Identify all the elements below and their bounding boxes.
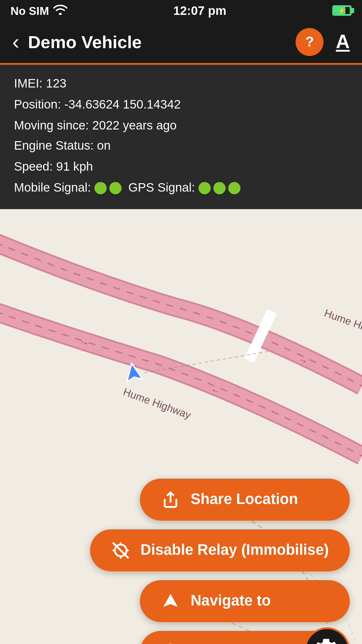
navigate-to-button[interactable]: Navigate to [140,580,350,622]
gps-dot-2 [213,182,226,194]
imei-row: IMEI: 123 [14,74,348,94]
status-bar: No SIM 12:07 pm ⚡ [0,0,362,21]
gps-signal-label: GPS Signal: [128,178,195,198]
navigate-icon [161,592,180,610]
mobile-dot-1 [94,182,107,194]
position-row: Position: -34.63624 150.14342 [14,94,348,115]
buttons-overlay: Share Location Disable Relay (Immobilise… [90,478,350,644]
help-button[interactable]: ? [296,28,324,56]
mobile-dot-2 [109,182,122,194]
navigate-to-label: Navigate to [191,592,271,610]
no-gps-icon [111,541,130,559]
wifi-icon [53,4,67,17]
info-panel: IMEI: 123 Position: -34.63624 150.14342 … [0,65,362,209]
signal-row: Mobile Signal: GPS Signal: [14,178,348,198]
mobile-signal-label: Mobile Signal: [14,178,91,198]
share-location-button[interactable]: Share Location [140,478,350,520]
map-container[interactable]: → → ← Hume Highway Hume Highway [0,209,362,644]
disable-relay-label: Disable Relay (Immobilise) [140,541,329,559]
unlock-icon [161,643,180,644]
nav-bar: ‹ Demo Vehicle ? A [0,21,362,65]
share-icon [161,491,180,508]
page-title: Demo Vehicle [28,32,296,52]
text-icon-button[interactable]: A [336,31,350,53]
gps-dot-3 [228,182,240,194]
disable-relay-button[interactable]: Disable Relay (Immobilise) [90,529,350,571]
share-location-label: Share Location [191,491,298,508]
back-button[interactable]: ‹ [12,30,19,54]
gps-dot-1 [198,182,211,194]
status-left: No SIM [10,4,67,17]
status-time: 12:07 pm [173,4,226,18]
gps-signal-dots [198,182,240,194]
carrier-label: No SIM [10,4,49,17]
status-right: ⚡ [332,5,352,16]
moving-since-row: Moving since: 2022 years ago [14,115,348,136]
battery-icon: ⚡ [332,5,352,16]
battery-bolt: ⚡ [338,7,346,15]
freely-move-map-label: Freely move map [191,643,312,644]
mobile-signal-dots [94,182,122,194]
speed-row: Speed: 91 kph [14,157,348,178]
svg-marker-16 [163,594,178,607]
gear-icon [315,638,339,644]
engine-status-row: Engine Status: on [14,136,348,157]
